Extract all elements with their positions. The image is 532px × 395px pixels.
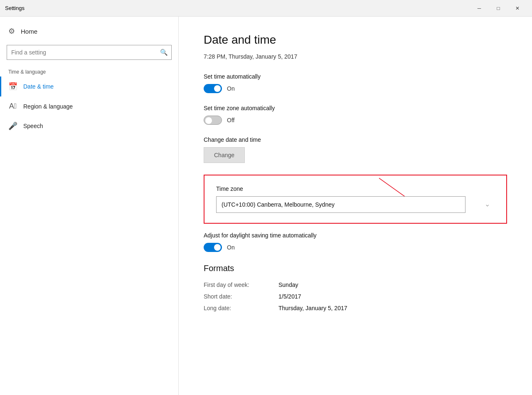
- minimize-button[interactable]: ─: [470, 2, 489, 15]
- chevron-down-icon: ⌵: [486, 202, 489, 207]
- daylight-saving-toggle-knob: [214, 244, 221, 251]
- sidebar-item-home[interactable]: ⚙ Home: [0, 21, 178, 42]
- format-value-long-date: Thursday, January 5, 2017: [278, 305, 347, 311]
- sidebar-item-region-language[interactable]: A⃝ Region & language: [0, 96, 178, 116]
- sidebar-item-date-time[interactable]: 📅 Date & time: [0, 77, 178, 96]
- set-timezone-auto-toggle-knob: [205, 117, 212, 124]
- date-time-icon: 📅: [8, 82, 17, 91]
- close-button[interactable]: ✕: [508, 2, 527, 15]
- timezone-highlight-box: Time zone (UTC+10:00) Canberra, Melbourn…: [204, 175, 507, 224]
- set-time-auto-toggle-row: On: [204, 84, 507, 93]
- format-key-long-date: Long date:: [204, 305, 278, 311]
- set-timezone-auto-toggle[interactable]: [204, 116, 222, 125]
- set-time-auto-toggle-knob: [214, 85, 221, 92]
- format-row-long-date: Long date: Thursday, January 5, 2017: [204, 305, 507, 311]
- change-button[interactable]: Change: [204, 147, 245, 163]
- app-body: ⚙ Home 🔍 Time & language 📅 Date & time A…: [0, 17, 532, 395]
- home-icon: ⚙: [8, 27, 15, 36]
- set-time-auto-toggle[interactable]: [204, 84, 222, 93]
- set-timezone-auto-state: Off: [227, 117, 234, 123]
- app-title: Settings: [5, 5, 25, 11]
- daylight-saving-toggle[interactable]: [204, 243, 222, 252]
- change-date-time-setting: Change date and time Change: [204, 136, 507, 163]
- speech-icon: 🎤: [8, 121, 17, 131]
- timezone-label: Time zone: [216, 185, 495, 192]
- set-time-auto-setting: Set time automatically On: [204, 73, 507, 93]
- set-timezone-auto-label: Set time zone automatically: [204, 105, 507, 111]
- timezone-select[interactable]: (UTC+10:00) Canberra, Melbourne, Sydney …: [216, 196, 466, 213]
- sidebar-home-label: Home: [21, 28, 37, 35]
- daylight-saving-toggle-row: On: [204, 243, 507, 252]
- format-row-first-day: First day of week: Sunday: [204, 281, 507, 288]
- daylight-saving-setting: Adjust for daylight saving time automati…: [204, 232, 507, 252]
- set-timezone-auto-toggle-row: Off: [204, 116, 507, 125]
- sidebar-item-speech[interactable]: 🎤 Speech: [0, 116, 178, 136]
- sidebar: ⚙ Home 🔍 Time & language 📅 Date & time A…: [0, 17, 179, 395]
- sidebar-item-region-language-label: Region & language: [23, 103, 73, 110]
- format-value-short-date: 1/5/2017: [278, 293, 301, 300]
- sidebar-section-label: Time & language: [0, 67, 178, 77]
- sidebar-item-date-time-label: Date & time: [23, 83, 54, 90]
- content-area: Date and time 7:28 PM, Thursday, January…: [179, 17, 532, 395]
- format-row-short-date: Short date: 1/5/2017: [204, 293, 507, 300]
- search-box: 🔍: [7, 45, 172, 60]
- search-input[interactable]: [7, 49, 156, 56]
- formats-title: Formats: [204, 264, 507, 273]
- maximize-button[interactable]: □: [489, 2, 508, 15]
- region-language-icon: A⃝: [8, 102, 17, 111]
- format-key-first-day: First day of week:: [204, 281, 278, 288]
- sidebar-item-speech-label: Speech: [23, 123, 43, 129]
- format-value-first-day: Sunday: [278, 281, 298, 288]
- format-key-short-date: Short date:: [204, 293, 278, 300]
- set-time-auto-state: On: [227, 85, 235, 92]
- titlebar: Settings ─ □ ✕: [0, 0, 532, 17]
- current-datetime: 7:28 PM, Thursday, January 5, 2017: [204, 53, 507, 60]
- daylight-saving-label: Adjust for daylight saving time automati…: [204, 232, 507, 239]
- change-date-time-label: Change date and time: [204, 136, 507, 143]
- page-title: Date and time: [204, 33, 507, 47]
- daylight-saving-state: On: [227, 244, 235, 251]
- search-icon: 🔍: [156, 45, 171, 60]
- set-timezone-auto-setting: Set time zone automatically Off: [204, 105, 507, 125]
- set-time-auto-label: Set time automatically: [204, 73, 507, 80]
- timezone-select-wrapper: (UTC+10:00) Canberra, Melbourne, Sydney …: [216, 196, 495, 213]
- window-controls: ─ □ ✕: [470, 2, 527, 15]
